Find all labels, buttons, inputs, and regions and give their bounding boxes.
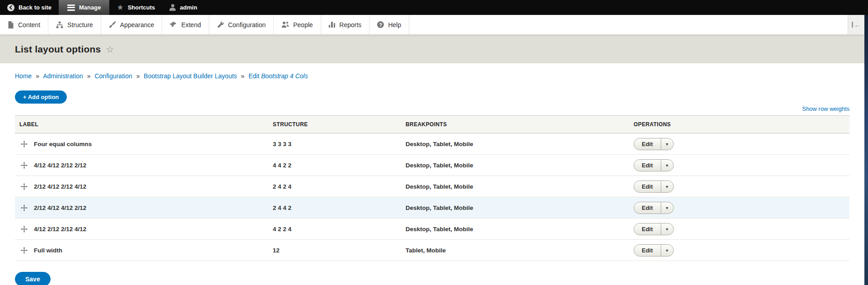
bar-chart-icon <box>329 22 336 28</box>
row-label: Four equal columns <box>34 141 92 147</box>
table-row: Full width 12 Tablet, Mobile Edit ▾ <box>15 240 849 261</box>
drag-handle-icon[interactable] <box>21 226 28 233</box>
chevron-down-icon: ▾ <box>666 163 668 168</box>
toolbar-tab-structure[interactable]: Structure <box>48 15 101 34</box>
dropdown-toggle-button[interactable]: ▾ <box>661 223 673 235</box>
toolbar-tab-label: Reports <box>339 21 361 28</box>
admin-user-label: admin <box>180 4 197 11</box>
toolbar-tab-label: Content <box>18 21 40 28</box>
edit-button[interactable]: Edit <box>634 223 661 235</box>
toolbar-tab-label: Extend <box>181 21 201 28</box>
row-breakpoints: Desktop, Tablet, Mobile <box>401 204 629 211</box>
user-icon <box>169 4 176 11</box>
question-icon: ? <box>377 21 384 28</box>
table-row: Four equal columns 3 3 3 3 Desktop, Tabl… <box>15 133 849 155</box>
column-header-breakpoints: Breakpoints <box>401 121 629 128</box>
save-button[interactable]: Save <box>15 272 51 285</box>
drag-handle-icon[interactable] <box>21 204 28 211</box>
column-header-label: Label <box>15 121 268 128</box>
back-to-site-label: Back to site <box>19 4 51 11</box>
show-row-weights-link[interactable]: Show row weights <box>15 105 849 112</box>
toolbar-tab-help[interactable]: ? Help <box>369 15 409 34</box>
wrench-icon <box>217 21 224 28</box>
column-header-structure: Structure <box>268 121 401 128</box>
breadcrumb-separator: » <box>36 72 39 80</box>
breadcrumb-separator: » <box>136 72 140 80</box>
row-breakpoints: Desktop, Tablet, Mobile <box>401 226 629 233</box>
page-header: List layout options ☆ <box>0 35 864 63</box>
toolbar-tab-people[interactable]: People <box>274 15 321 34</box>
edit-button[interactable]: Edit <box>634 138 661 150</box>
favorite-star-icon[interactable]: ☆ <box>106 44 114 55</box>
left-arrow-icon: ← <box>854 21 861 28</box>
back-to-site-button[interactable]: Back to site <box>0 0 59 15</box>
edit-button[interactable]: Edit <box>634 160 661 171</box>
toolbar-tab-content[interactable]: Content <box>0 15 48 34</box>
breadcrumb-current[interactable]: Edit Bootstrap 4 Cols <box>248 72 308 80</box>
edit-button[interactable]: Edit <box>634 202 661 214</box>
toolbar-tab-label: Help <box>388 21 401 28</box>
dropdown-toggle-button[interactable]: ▾ <box>661 245 673 256</box>
dropdown-toggle-button[interactable]: ▾ <box>661 160 673 171</box>
chevron-down-icon: ▾ <box>666 142 668 147</box>
row-label: 2/12 4/12 2/12 4/12 <box>34 183 86 190</box>
drag-handle-icon[interactable] <box>21 162 28 169</box>
chevron-down-icon: ▾ <box>666 227 668 232</box>
toolbar-tab-extend[interactable]: Extend <box>162 15 209 34</box>
toolbar-tab-appearance[interactable]: Appearance <box>101 15 163 34</box>
toolbar-tab-configuration[interactable]: Configuration <box>209 15 274 34</box>
operations-dropbutton: Edit ▾ <box>634 244 674 256</box>
row-breakpoints: Tablet, Mobile <box>401 247 629 254</box>
star-icon: ★ <box>117 4 123 11</box>
admin-bar: Back to site Manage ★ Shortcuts admin <box>0 0 868 15</box>
add-option-button[interactable]: + Add option <box>15 90 67 104</box>
dropdown-toggle-button[interactable]: ▾ <box>661 138 673 150</box>
shortcuts-label: Shortcuts <box>128 4 155 11</box>
chevron-down-icon: ▾ <box>666 205 668 210</box>
dropdown-toggle-button[interactable]: ▾ <box>661 181 673 192</box>
drag-handle-icon[interactable] <box>21 183 28 190</box>
breadcrumb-blb-layouts[interactable]: Bootstrap Layout Builder Layouts <box>144 72 237 80</box>
row-structure: 2 4 4 2 <box>268 204 401 211</box>
row-label: 4/12 2/12 2/12 4/12 <box>34 226 86 233</box>
edit-button[interactable]: Edit <box>634 181 661 192</box>
operations-dropbutton: Edit ▾ <box>634 180 674 193</box>
breadcrumb-current-layout-name: Bootstrap 4 Cols <box>261 72 308 80</box>
admin-user-menu[interactable]: admin <box>162 0 204 15</box>
operations-dropbutton: Edit ▾ <box>634 223 674 235</box>
toolbar-tab-label: Configuration <box>228 21 266 28</box>
toolbar-tab-label: Appearance <box>120 21 154 28</box>
manage-label: Manage <box>79 4 101 11</box>
breadcrumb-separator: » <box>87 72 91 80</box>
toolbar-tab-reports[interactable]: Reports <box>321 15 370 34</box>
table-header-row: Label Structure Breakpoints Operations <box>15 116 849 133</box>
row-breakpoints: Desktop, Tablet, Mobile <box>401 162 629 169</box>
shortcuts-tab[interactable]: ★ Shortcuts <box>109 0 162 15</box>
drag-handle-icon[interactable] <box>21 247 28 254</box>
toggle-bar-icon <box>852 22 853 28</box>
toolbar-tab-label: People <box>293 21 313 28</box>
toolbar-tab-label: Structure <box>67 21 93 28</box>
toolbar-orientation-toggle[interactable]: ← <box>848 15 864 34</box>
admin-toolbar: Content Structure Appearance Extend Conf… <box>0 15 864 35</box>
chevron-down-icon: ▾ <box>666 248 668 253</box>
drag-handle-icon[interactable] <box>21 141 28 147</box>
table-row: 2/12 4/12 4/12 2/12 2 4 4 2 Desktop, Tab… <box>15 197 849 218</box>
sitemap-icon <box>56 21 63 28</box>
edit-button[interactable]: Edit <box>634 245 661 256</box>
row-breakpoints: Desktop, Tablet, Mobile <box>401 141 629 147</box>
breadcrumb: Home » Administration » Configuration » … <box>15 72 849 80</box>
dropdown-toggle-button[interactable]: ▾ <box>661 202 673 214</box>
back-icon <box>7 4 14 11</box>
brush-icon <box>109 21 116 28</box>
breadcrumb-configuration[interactable]: Configuration <box>94 72 132 80</box>
chevron-down-icon: ▾ <box>666 184 668 189</box>
page-title: List layout options <box>15 44 101 55</box>
breadcrumb-home[interactable]: Home <box>15 72 32 80</box>
row-structure: 3 3 3 3 <box>268 141 401 147</box>
operations-dropbutton: Edit ▾ <box>634 138 674 150</box>
breadcrumb-administration[interactable]: Administration <box>43 72 83 80</box>
row-structure: 2 4 2 4 <box>268 183 401 190</box>
manage-tab[interactable]: Manage <box>59 0 109 15</box>
puzzle-icon <box>170 21 177 28</box>
